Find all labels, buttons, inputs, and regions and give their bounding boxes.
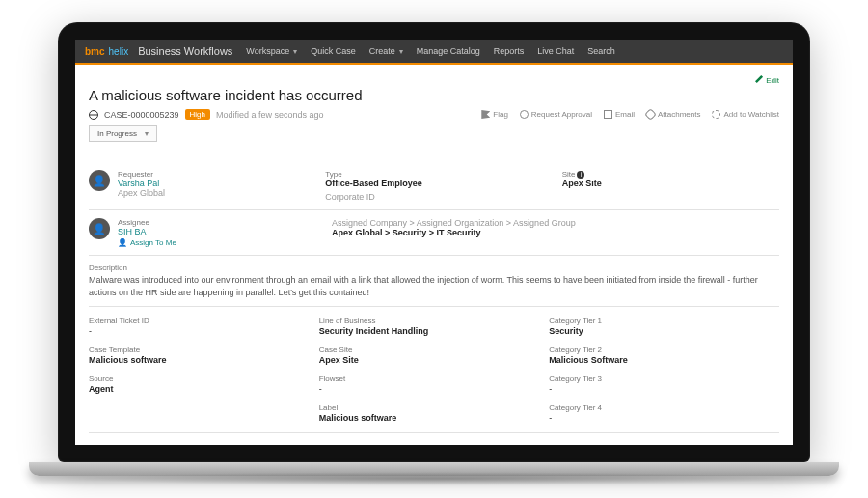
email-icon [604,110,612,119]
brand-product: Business Workflows [138,45,232,57]
action-flag-label: Flag [493,110,508,119]
case-actions: Flag Request Approval Email Attachments … [481,110,779,119]
nav-create[interactable]: Create [369,46,403,56]
globe-icon [89,110,98,120]
nav-quick-case[interactable]: Quick Case [311,46,356,56]
case-id: CASE-0000005239 [104,110,179,120]
approval-icon [520,110,529,119]
f-label-label: Label [319,403,550,412]
nav-workspace[interactable]: Workspace [246,46,297,56]
requester-name[interactable]: Varsha Pal [118,179,165,188]
brand-bmc: bmc [85,46,105,57]
action-approval-label: Request Approval [531,110,592,119]
edit-link[interactable]: Edit [766,76,779,85]
f-ext-ticket-label: External Ticket ID [89,317,319,325]
type-block: Type Office-Based Employee Corporate ID [325,170,542,202]
type-line1: Office-Based Employee [325,179,542,188]
assignee-block: 👤 Assignee SIH BA 👤 Assign To Me [89,218,312,247]
action-email[interactable]: Email [604,110,635,119]
requester-block: 👤 Requester Varsha Pal Apex Global [89,170,306,202]
f-source-value: Agent [89,384,319,394]
description-block: Description Malware was introduced into … [89,256,779,307]
laptop-frame: bmc helix Business Workflows Workspace Q… [58,22,810,476]
f-case-template-value: Malicious software [89,355,319,365]
f-cat2-value: Malicious Software [549,355,779,365]
case-line: CASE-0000005239 High Modified a few seco… [89,109,779,120]
field-col-1: External Ticket ID- Case TemplateMalicio… [89,317,319,423]
description-label: Description [89,263,779,272]
page-body: Edit A malicious software incident has o… [75,65,793,445]
assigned-path-placeholder: Assigned Company > Assigned Organization… [332,218,779,228]
edit-row: Edit [89,74,779,85]
q2-label: Is disclosure required? [319,443,550,445]
screen-bezel: bmc helix Business Workflows Workspace Q… [58,22,810,462]
watchlist-icon [712,110,720,119]
site-block: Sitei Apex Site [562,170,779,202]
avatar-requester: 👤 [89,170,110,191]
laptop-base [29,462,839,476]
action-add-watchlist[interactable]: Add to Watchlist [712,110,779,119]
assigned-path-value: Apex Global > Security > IT Security [332,228,779,237]
field-grid: External Ticket ID- Case TemplateMalicio… [89,307,779,433]
assign-to-me[interactable]: 👤 Assign To Me [118,238,176,247]
q1-label: Was Malware Found? [89,443,319,445]
type-line2: Corporate ID [325,192,542,202]
f-case-template-label: Case Template [89,346,319,354]
f-case-site-label: Case Site [319,346,550,354]
nav-search[interactable]: Search [587,46,615,56]
site-label: Sitei [562,170,779,179]
info-icon[interactable]: i [577,171,584,179]
action-attachments-label: Attachments [658,110,700,119]
flag-icon [481,110,490,119]
f-cat4-value: - [549,413,779,423]
f-flowset-value: - [319,384,550,394]
f-cat2-label: Category Tier 2 [549,346,779,354]
q3-label: Internal attacker? [549,443,779,445]
f-cat1-value: Security [549,326,779,336]
type-label: Type [325,170,542,179]
field-col-3: Category Tier 1Security Category Tier 2M… [549,317,779,423]
assignee-name[interactable]: SIH BA [118,227,176,236]
row-assignee: 👤 Assignee SIH BA 👤 Assign To Me [89,210,779,256]
action-watchlist-label: Add to Watchlist [723,110,779,119]
f-ext-ticket-value: - [89,326,319,336]
f-flowset-label: Flowset [319,374,550,383]
f-source-label: Source [89,374,319,383]
action-flag[interactable]: Flag [481,110,508,119]
nav-live-chat[interactable]: Live Chat [537,46,574,56]
avatar-assignee: 👤 [89,218,110,239]
action-attachments[interactable]: Attachments [646,110,700,119]
app-screen: bmc helix Business Workflows Workspace Q… [75,40,793,445]
assigned-path-block: Assigned Company > Assigned Organization… [332,218,779,247]
attachments-icon [644,108,657,121]
assignee-label: Assignee [118,218,176,227]
status-dropdown[interactable]: In Progress [89,125,157,142]
pencil-icon [755,74,764,83]
assign-to-me-label: Assign To Me [130,238,176,247]
priority-badge: High [185,109,210,120]
questions-row: Was Malware Found?Yes Is disclosure requ… [89,433,779,445]
brand-helix: helix [109,46,129,57]
requester-label: Requester [118,170,165,179]
nav-menu: Workspace Quick Case Create Manage Catal… [246,46,615,56]
status-value: In Progress [97,129,137,138]
action-request-approval[interactable]: Request Approval [520,110,592,119]
f-case-site-value: Apex Site [319,355,550,365]
page-title: A malicious software incident has occurr… [89,87,779,103]
action-email-label: Email [615,110,635,119]
f-lob-value: Security Incident Handling [319,326,550,336]
modified-label: Modified a few seconds ago [216,110,324,120]
nav-manage-catalog[interactable]: Manage Catalog [417,46,480,56]
person-plus-icon: 👤 [118,238,127,247]
field-col-2: Line of BusinessSecurity Incident Handli… [319,317,550,423]
f-label-value: Malicious software [319,413,550,423]
requester-org: Apex Global [118,188,165,198]
case-line-left: CASE-0000005239 High Modified a few seco… [89,109,324,120]
status-row: In Progress [89,125,779,152]
top-nav: bmc helix Business Workflows Workspace Q… [75,40,793,65]
f-cat3-value: - [549,384,779,394]
description-text: Malware was introduced into our environm… [89,274,779,298]
f-lob-label: Line of Business [319,317,550,325]
f-cat3-label: Category Tier 3 [549,374,779,383]
nav-reports[interactable]: Reports [494,46,525,56]
